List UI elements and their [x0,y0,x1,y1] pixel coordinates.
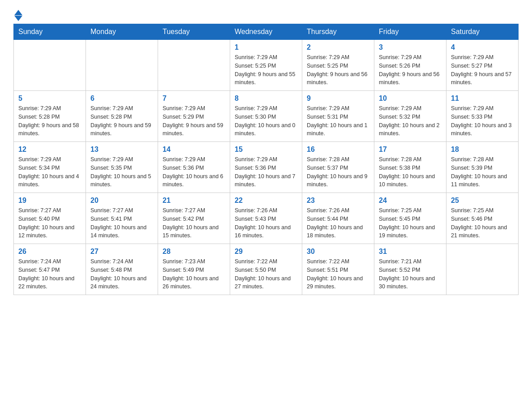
day-number: 6 [90,94,153,103]
day-number: 31 [379,248,442,256]
calendar-cell: 24Sunrise: 7:25 AM Sunset: 5:45 PM Dayli… [374,193,446,244]
day-info: Sunrise: 7:27 AM Sunset: 5:41 PM Dayligh… [90,206,153,240]
day-of-week-header: Thursday [302,24,374,40]
day-number: 11 [451,94,514,103]
calendar-cell: 14Sunrise: 7:29 AM Sunset: 5:36 PM Dayli… [158,142,230,193]
calendar-cell: 27Sunrise: 7:24 AM Sunset: 5:48 PM Dayli… [86,244,158,295]
calendar-cell: 22Sunrise: 7:26 AM Sunset: 5:43 PM Dayli… [230,193,302,244]
day-info: Sunrise: 7:29 AM Sunset: 5:30 PM Dayligh… [235,104,297,138]
day-info: Sunrise: 7:29 AM Sunset: 5:36 PM Dayligh… [235,155,297,189]
day-info: Sunrise: 7:29 AM Sunset: 5:36 PM Dayligh… [163,155,225,189]
calendar-cell: 10Sunrise: 7:29 AM Sunset: 5:32 PM Dayli… [374,91,446,142]
day-info: Sunrise: 7:28 AM Sunset: 5:37 PM Dayligh… [307,155,369,189]
day-info: Sunrise: 7:29 AM Sunset: 5:25 PM Dayligh… [235,53,297,87]
day-info: Sunrise: 7:28 AM Sunset: 5:38 PM Dayligh… [379,155,442,189]
calendar-week-row: 5Sunrise: 7:29 AM Sunset: 5:28 PM Daylig… [14,91,519,142]
day-info: Sunrise: 7:29 AM Sunset: 5:33 PM Dayligh… [451,104,514,138]
day-number: 9 [307,94,369,103]
day-number: 10 [379,94,442,103]
calendar-week-row: 26Sunrise: 7:24 AM Sunset: 5:47 PM Dayli… [14,244,519,295]
day-number: 12 [18,146,81,154]
calendar-table: SundayMondayTuesdayWednesdayThursdayFrid… [13,24,519,295]
calendar-cell: 16Sunrise: 7:28 AM Sunset: 5:37 PM Dayli… [302,142,374,193]
day-number: 24 [379,197,442,205]
logo-triangle-down [14,16,22,21]
calendar-cell [14,40,86,91]
calendar-cell: 23Sunrise: 7:26 AM Sunset: 5:44 PM Dayli… [302,193,374,244]
day-number: 16 [307,146,369,154]
logo [13,9,22,19]
calendar-cell [446,244,519,295]
calendar-cell: 15Sunrise: 7:29 AM Sunset: 5:36 PM Dayli… [230,142,302,193]
day-info: Sunrise: 7:25 AM Sunset: 5:45 PM Dayligh… [379,206,442,240]
day-number: 19 [18,197,81,205]
calendar-cell: 2Sunrise: 7:29 AM Sunset: 5:25 PM Daylig… [302,40,374,91]
day-info: Sunrise: 7:28 AM Sunset: 5:39 PM Dayligh… [451,155,514,189]
day-of-week-header: Friday [374,24,446,40]
calendar-cell: 11Sunrise: 7:29 AM Sunset: 5:33 PM Dayli… [446,91,519,142]
day-number: 18 [451,146,514,154]
day-number: 5 [18,94,81,103]
day-of-week-header: Tuesday [158,24,230,40]
day-info: Sunrise: 7:29 AM Sunset: 5:31 PM Dayligh… [307,104,369,138]
calendar-cell: 8Sunrise: 7:29 AM Sunset: 5:30 PM Daylig… [230,91,302,142]
day-info: Sunrise: 7:29 AM Sunset: 5:29 PM Dayligh… [163,104,225,138]
calendar-cell: 1Sunrise: 7:29 AM Sunset: 5:25 PM Daylig… [230,40,302,91]
day-number: 30 [307,248,369,256]
day-of-week-header: Saturday [446,24,519,40]
calendar-cell [158,40,230,91]
calendar-cell: 4Sunrise: 7:29 AM Sunset: 5:27 PM Daylig… [446,40,519,91]
calendar-cell: 30Sunrise: 7:22 AM Sunset: 5:51 PM Dayli… [302,244,374,295]
day-info: Sunrise: 7:29 AM Sunset: 5:26 PM Dayligh… [379,53,442,87]
day-number: 15 [235,146,297,154]
day-number: 2 [307,43,369,51]
day-info: Sunrise: 7:21 AM Sunset: 5:52 PM Dayligh… [379,257,442,291]
day-number: 23 [307,197,369,205]
calendar-cell: 26Sunrise: 7:24 AM Sunset: 5:47 PM Dayli… [14,244,86,295]
day-number: 20 [90,197,153,205]
day-number: 27 [90,248,153,256]
day-number: 8 [235,94,297,103]
day-info: Sunrise: 7:29 AM Sunset: 5:25 PM Dayligh… [307,53,369,87]
calendar-cell: 5Sunrise: 7:29 AM Sunset: 5:28 PM Daylig… [14,91,86,142]
day-number: 17 [379,146,442,154]
calendar-cell: 19Sunrise: 7:27 AM Sunset: 5:40 PM Dayli… [14,193,86,244]
calendar-cell: 7Sunrise: 7:29 AM Sunset: 5:29 PM Daylig… [158,91,230,142]
calendar-cell: 25Sunrise: 7:25 AM Sunset: 5:46 PM Dayli… [446,193,519,244]
calendar-week-row: 1Sunrise: 7:29 AM Sunset: 5:25 PM Daylig… [14,40,519,91]
day-info: Sunrise: 7:22 AM Sunset: 5:50 PM Dayligh… [235,257,297,291]
calendar-cell [86,40,158,91]
day-info: Sunrise: 7:29 AM Sunset: 5:28 PM Dayligh… [90,104,153,138]
calendar-week-row: 19Sunrise: 7:27 AM Sunset: 5:40 PM Dayli… [14,193,519,244]
day-number: 3 [379,43,442,51]
day-number: 21 [163,197,225,205]
day-info: Sunrise: 7:29 AM Sunset: 5:27 PM Dayligh… [451,53,514,87]
day-info: Sunrise: 7:29 AM Sunset: 5:32 PM Dayligh… [379,104,442,138]
calendar-header-row: SundayMondayTuesdayWednesdayThursdayFrid… [14,24,519,40]
day-number: 28 [163,248,225,256]
day-number: 1 [235,43,297,51]
day-info: Sunrise: 7:23 AM Sunset: 5:49 PM Dayligh… [163,257,225,291]
calendar-cell: 29Sunrise: 7:22 AM Sunset: 5:50 PM Dayli… [230,244,302,295]
calendar-cell: 18Sunrise: 7:28 AM Sunset: 5:39 PM Dayli… [446,142,519,193]
calendar-week-row: 12Sunrise: 7:29 AM Sunset: 5:34 PM Dayli… [14,142,519,193]
page-header [13,9,519,19]
day-number: 22 [235,197,297,205]
calendar-cell: 28Sunrise: 7:23 AM Sunset: 5:49 PM Dayli… [158,244,230,295]
day-info: Sunrise: 7:24 AM Sunset: 5:48 PM Dayligh… [90,257,153,291]
day-info: Sunrise: 7:29 AM Sunset: 5:28 PM Dayligh… [18,104,81,138]
calendar-cell: 12Sunrise: 7:29 AM Sunset: 5:34 PM Dayli… [14,142,86,193]
day-number: 25 [451,197,514,205]
calendar-cell: 13Sunrise: 7:29 AM Sunset: 5:35 PM Dayli… [86,142,158,193]
day-info: Sunrise: 7:22 AM Sunset: 5:51 PM Dayligh… [307,257,369,291]
calendar-cell: 17Sunrise: 7:28 AM Sunset: 5:38 PM Dayli… [374,142,446,193]
calendar-cell: 20Sunrise: 7:27 AM Sunset: 5:41 PM Dayli… [86,193,158,244]
day-number: 29 [235,248,297,256]
calendar-cell: 21Sunrise: 7:27 AM Sunset: 5:42 PM Dayli… [158,193,230,244]
day-number: 7 [163,94,225,103]
day-number: 4 [451,43,514,51]
day-of-week-header: Sunday [14,24,86,40]
day-info: Sunrise: 7:26 AM Sunset: 5:44 PM Dayligh… [307,206,369,240]
day-number: 13 [90,146,153,154]
day-info: Sunrise: 7:26 AM Sunset: 5:43 PM Dayligh… [235,206,297,240]
